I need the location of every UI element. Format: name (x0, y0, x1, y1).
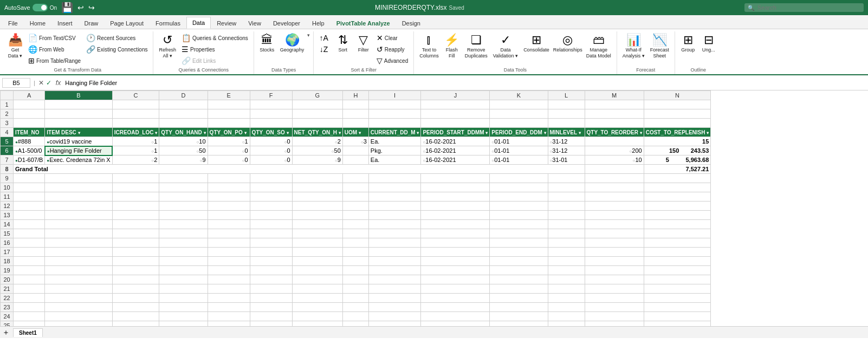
cell-M2[interactable] (585, 109, 644, 119)
cell-D3[interactable] (159, 119, 208, 128)
sort-az-button[interactable]: ↑A (317, 33, 332, 43)
cell-E3[interactable] (208, 119, 250, 128)
cell-J3[interactable] (421, 119, 490, 128)
manage-data-model-button[interactable]: 🗃 ManageData Model (584, 33, 613, 61)
flash-fill-button[interactable]: ⚡ FlashFill (442, 33, 462, 61)
cell-B5[interactable]: ●covid19 vaccine (45, 137, 112, 146)
col-header-H[interactable]: H (342, 91, 368, 100)
from-text-button[interactable]: 📄 From Text/CSV (26, 33, 83, 43)
search-input[interactable] (744, 3, 864, 12)
cell-M5[interactable] (585, 137, 644, 146)
col-header-K[interactable]: K (490, 91, 548, 100)
header-PERIOD_START[interactable]: PERIOD_START_DDMM ▾ (421, 128, 490, 137)
queries-connections-button[interactable]: 📋 Queries & Connections (179, 33, 250, 43)
text-to-columns-button[interactable]: ⫿ Text toColumns (417, 33, 441, 61)
cell-E1[interactable] (208, 100, 250, 109)
cell-F7[interactable]: ○0 (250, 155, 292, 165)
cell-N5[interactable]: 15 (644, 137, 711, 146)
reapply-button[interactable]: ↺ Reapply (374, 44, 410, 55)
clear-button[interactable]: ✕ Clear (374, 33, 410, 43)
refresh-all-button[interactable]: ↺ RefreshAll ▾ (157, 33, 178, 61)
cell-I3[interactable] (368, 119, 421, 128)
cell-M7[interactable]: ○10 (585, 155, 644, 165)
formula-input[interactable] (65, 80, 866, 86)
cell-E7[interactable]: ○0 (208, 155, 250, 165)
cell-G5[interactable]: ○2 (292, 137, 342, 146)
cell-K1[interactable] (490, 100, 548, 109)
cell-I2[interactable] (368, 109, 421, 119)
cell-H1[interactable] (342, 100, 368, 109)
cell-K3[interactable] (490, 119, 548, 128)
cell-J6[interactable]: ○16-02-2021 (421, 146, 490, 155)
col-header-N[interactable]: N (644, 91, 711, 100)
col-header-I[interactable]: I (368, 91, 421, 100)
cell-F3[interactable] (250, 119, 292, 128)
cell-C7[interactable]: ○2 (112, 155, 159, 165)
header-QTY_ON_HAND[interactable]: QTY_ON_HAND ▾ (159, 128, 208, 137)
cell-L1[interactable] (548, 100, 585, 109)
cell-H3[interactable] (342, 119, 368, 128)
group-button[interactable]: ⊞ Group (678, 33, 698, 55)
cell-H6[interactable] (342, 146, 368, 155)
cell-K2[interactable] (490, 109, 548, 119)
cell-J7[interactable]: ○16-02-2021 (421, 155, 490, 165)
cell-B2[interactable] (45, 109, 112, 119)
cell-L6[interactable]: ○31-12 (548, 146, 585, 155)
cell-M1[interactable] (585, 100, 644, 109)
col-header-A[interactable]: A (14, 91, 45, 100)
header-ICREOAD_LOC[interactable]: ICREOAD_LOC ▾ (112, 128, 159, 137)
tab-view[interactable]: View (242, 17, 267, 29)
header-QTY_ON_PO[interactable]: QTY_ON_PO ▾ (208, 128, 250, 137)
properties-button[interactable]: ☰ Properties (179, 44, 250, 55)
col-header-M[interactable]: M (585, 91, 644, 100)
cell-D1[interactable] (159, 100, 208, 109)
col-header-L[interactable]: L (548, 91, 585, 100)
tab-developer[interactable]: Developer (267, 17, 306, 29)
cell-I6[interactable]: Pkg. (368, 146, 421, 155)
cell-I7[interactable]: Ea. (368, 155, 421, 165)
header-COST_TO_REPLENISH[interactable]: COST_TO_REPLENISH ▾ (644, 128, 711, 137)
cell-B3[interactable] (45, 119, 112, 128)
cell-A7[interactable]: ●D1-607/B (14, 155, 45, 165)
cell-A6[interactable]: ●A1-500/0 (14, 146, 45, 155)
tab-design[interactable]: Design (396, 17, 426, 29)
existing-connections-button[interactable]: 🔗 Existing Connections (84, 44, 150, 55)
cell-G7[interactable]: ○9 (292, 155, 342, 165)
cell-C2[interactable] (112, 109, 159, 119)
cell-K6[interactable]: ○01-01 (490, 146, 548, 155)
sort-za-button[interactable]: ↓Z (318, 44, 332, 55)
cell-L7[interactable]: ○31-01 (548, 155, 585, 165)
cell-G2[interactable] (292, 109, 342, 119)
cell-I5[interactable]: Ea. (368, 137, 421, 146)
cell-A2[interactable] (14, 109, 45, 119)
redo-icon[interactable]: ↪ (88, 3, 95, 12)
cell-F2[interactable] (250, 109, 292, 119)
cell-E5[interactable]: ○1 (208, 137, 250, 146)
header-NET_QTY[interactable]: NET_QTY_ON_H ▾ (292, 128, 342, 137)
cell-C6[interactable]: ○1 (112, 146, 159, 155)
from-table-button[interactable]: ⊞ From Table/Range (26, 55, 83, 66)
header-PERIOD_END[interactable]: PERIOD_END_DDM ▾ (490, 128, 548, 137)
col-header-D[interactable]: D (159, 91, 208, 100)
tab-home[interactable]: Home (24, 17, 51, 29)
cell-N6[interactable]: 150 243.53 (644, 146, 711, 155)
col-header-G[interactable]: G (292, 91, 342, 100)
cell-D6[interactable]: ○50 (159, 146, 208, 155)
cell-reference-input[interactable] (2, 78, 30, 88)
col-header-C[interactable]: C (112, 91, 159, 100)
header-QTY_ON_SO[interactable]: QTY_ON_SO ▾ (250, 128, 292, 137)
tab-formulas[interactable]: Formulas (150, 17, 186, 29)
col-header-B[interactable]: B (45, 91, 112, 100)
from-web-button[interactable]: 🌐 From Web (26, 44, 83, 55)
cell-C5[interactable]: ○1 (112, 137, 159, 146)
cell-J5[interactable]: ○16-02-2021 (421, 137, 490, 146)
cell-E2[interactable] (208, 109, 250, 119)
cell-A1[interactable] (14, 100, 45, 109)
cell-D7[interactable]: ○9 (159, 155, 208, 165)
stocks-button[interactable]: 🏛 Stocks (257, 33, 277, 55)
cell-A3[interactable] (14, 119, 45, 128)
cancel-formula-icon[interactable]: ✕ (38, 79, 44, 87)
cell-I1[interactable] (368, 100, 421, 109)
datatypes-more-button[interactable]: ▾ (307, 33, 310, 38)
cell-B7[interactable]: ●Exec. Credenza 72in X (45, 155, 112, 165)
